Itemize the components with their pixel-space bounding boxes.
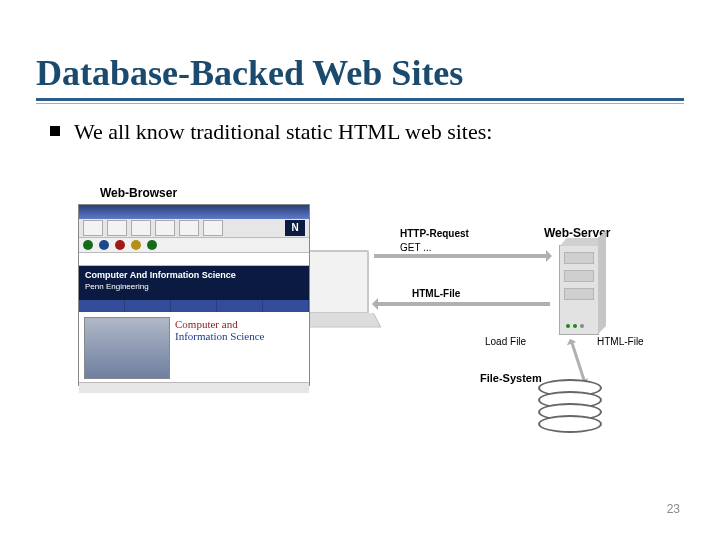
toolbar-button	[131, 220, 151, 236]
arrow-request	[374, 254, 550, 258]
page-content: Computer and Information Science	[79, 312, 309, 382]
label-html-file-disk: HTML-File	[597, 336, 644, 347]
arrow-response	[374, 302, 550, 306]
link-dot-icon	[147, 240, 157, 250]
content-title: Computer and	[175, 318, 303, 330]
label-file-system: File-System	[480, 372, 542, 384]
label-html-file: HTML-File	[412, 288, 460, 299]
browser-status-bar	[79, 382, 309, 393]
toolbar-button	[155, 220, 175, 236]
toolbar-button	[179, 220, 199, 236]
page-banner: Computer And Information Science Penn En…	[79, 266, 309, 300]
bullet-square-icon	[50, 126, 60, 136]
toolbar-button	[107, 220, 127, 236]
browser-window: N Computer And Information Science Penn …	[78, 204, 310, 386]
page-nav-tabs	[79, 300, 309, 312]
label-web-browser: Web-Browser	[100, 186, 177, 200]
label-http-request: HTTP-Request	[400, 228, 469, 239]
bullet-item: We all know traditional static HTML web …	[50, 118, 492, 146]
page-number: 23	[667, 502, 680, 516]
link-dot-icon	[99, 240, 109, 250]
browser-linkbar	[79, 238, 309, 253]
content-image-icon	[84, 317, 170, 379]
banner-line: Computer And Information Science	[85, 269, 303, 281]
title-rule-thin	[36, 103, 684, 104]
label-http-get: GET ...	[400, 242, 432, 253]
link-dot-icon	[83, 240, 93, 250]
browser-toolbar: N	[79, 219, 309, 238]
banner-line: Penn Engineering	[85, 281, 303, 293]
netscape-badge-icon: N	[285, 220, 305, 236]
server-icon	[559, 245, 599, 335]
link-dot-icon	[115, 240, 125, 250]
browser-titlebar	[79, 205, 309, 219]
label-load-file: Load File	[485, 336, 526, 347]
slide-title: Database-Backed Web Sites	[36, 52, 463, 94]
bullet-text: We all know traditional static HTML web …	[74, 118, 492, 146]
content-title: Information Science	[175, 330, 303, 342]
title-rule	[36, 98, 684, 101]
disk-stack-icon	[538, 385, 598, 433]
toolbar-button	[83, 220, 103, 236]
toolbar-button	[203, 220, 223, 236]
link-dot-icon	[131, 240, 141, 250]
browser-address-bar	[79, 253, 309, 266]
arrow-load-file	[570, 340, 586, 383]
